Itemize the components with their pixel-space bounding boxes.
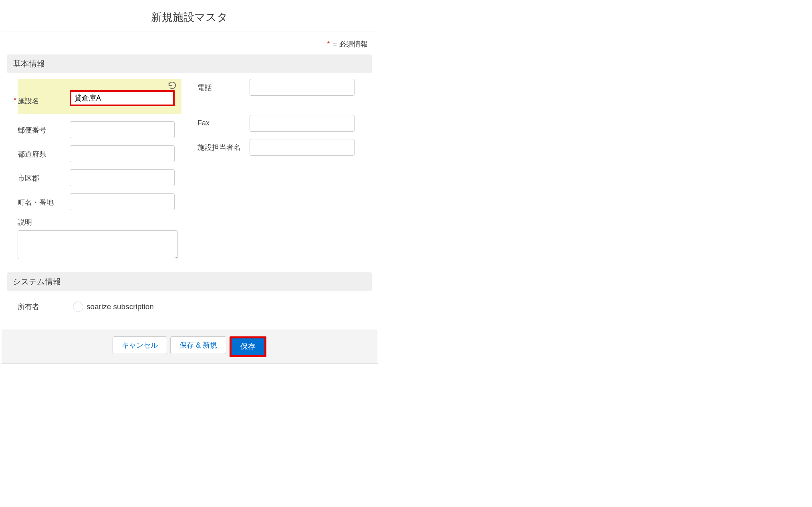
label-fax: Fax	[197, 115, 250, 127]
field-row-phone: 電話	[197, 79, 361, 96]
label-prefecture: 都道府県	[18, 145, 70, 159]
label-street: 町名・番地	[18, 193, 70, 207]
field-row-prefecture: 都道府県	[18, 145, 181, 162]
field-row-street: 町名・番地	[18, 193, 181, 210]
modal-new-facility: 新規施設マスタ * = 必須情報 基本情報 施設名	[1, 1, 378, 364]
input-city[interactable]	[70, 169, 175, 186]
textarea-description[interactable]	[18, 230, 178, 259]
input-postal-code[interactable]	[70, 121, 175, 138]
input-highlight-facility-name	[70, 90, 175, 106]
input-prefecture[interactable]	[70, 145, 175, 162]
label-contact-name: 施設担当者名	[197, 139, 250, 152]
required-note: * = 必須情報	[7, 32, 372, 54]
save-button-label: 保存	[240, 342, 256, 352]
field-row-city: 市区郡	[18, 169, 181, 186]
modal-footer: キャンセル 保存 & 新規 保存	[1, 330, 378, 364]
section-header-basic: 基本情報	[7, 54, 372, 73]
cancel-button[interactable]: キャンセル	[113, 336, 167, 354]
label-owner: 所有者	[18, 302, 69, 312]
field-row-owner: 所有者 soarize subscription	[7, 297, 372, 322]
field-row-description: 説明	[18, 217, 181, 261]
modal-body: * = 必須情報 基本情報 施設名	[1, 32, 378, 330]
label-city: 市区郡	[18, 169, 70, 183]
owner-text: soarize subscription	[87, 302, 154, 311]
field-row-facility-name: 施設名	[18, 79, 181, 114]
avatar-icon	[73, 302, 83, 312]
form-right-column: 電話 Fax 施設担当者名	[197, 79, 361, 268]
field-row-fax: Fax	[197, 115, 361, 132]
required-note-text: = 必須情報	[330, 40, 368, 48]
save-button[interactable]: 保存	[230, 336, 266, 357]
label-description: 説明	[18, 217, 181, 227]
field-row-contact-name: 施設担当者名	[197, 139, 361, 156]
section-header-system: システム情報	[7, 272, 372, 291]
section-body-basic: 施設名 郵便番号 都道府県	[7, 79, 372, 272]
modal-title: 新規施設マスタ	[1, 1, 378, 32]
owner-value: soarize subscription	[73, 302, 154, 312]
input-contact-name[interactable]	[250, 139, 355, 156]
label-phone: 電話	[197, 79, 250, 93]
input-facility-name[interactable]	[75, 92, 170, 105]
save-and-new-button[interactable]: 保存 & 新規	[170, 336, 226, 354]
required-asterisk: *	[327, 40, 330, 48]
label-facility-name: 施設名	[18, 79, 70, 106]
field-row-postal-code: 郵便番号	[18, 121, 181, 138]
input-fax[interactable]	[250, 115, 355, 132]
label-postal-code: 郵便番号	[18, 121, 70, 135]
form-left-column: 施設名 郵便番号 都道府県	[18, 79, 181, 268]
input-street[interactable]	[70, 193, 175, 210]
input-phone[interactable]	[250, 79, 355, 96]
